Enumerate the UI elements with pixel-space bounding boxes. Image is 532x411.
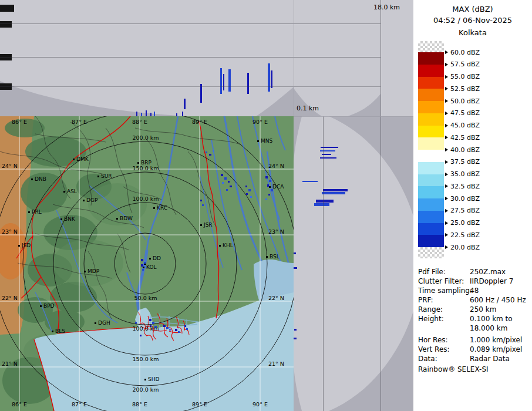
height-gridline-5km — [0, 86, 381, 87]
height-gridline-10km — [0, 57, 381, 58]
colorbar-tick: 50.0 dBZ — [445, 98, 480, 105]
legend-panel: MAX (dBZ) 04:52 / 06-Nov-2025 Kolkata 60… — [413, 0, 532, 411]
radar-echo — [154, 112, 155, 116]
colorbar-cell — [418, 150, 444, 162]
tick-arrow-icon — [445, 209, 448, 213]
colorbar-cell — [418, 113, 444, 126]
latitude-label: 21° N — [268, 361, 284, 367]
side-height-gridline — [381, 0, 381, 411]
colorbar-tick-label: 30.0 dBZ — [450, 196, 480, 202]
radar-echo — [320, 150, 335, 151]
colorbar-tick-label: 27.5 dBZ — [450, 207, 480, 214]
side-height-projection-panel[interactable] — [294, 116, 413, 411]
top-height-projection-panel[interactable] — [0, 0, 294, 116]
latitude-label: 24° N — [268, 163, 284, 169]
height-min-label: 0.1 km — [297, 105, 319, 112]
colorbar-tick: 52.5 dBZ — [445, 86, 480, 92]
info-row: Data:Radar Data — [418, 354, 531, 363]
longitude-label: 90° E — [252, 119, 268, 125]
info-label: Pdf File: — [418, 267, 470, 277]
colorbar-tick: 47.5 dBZ — [445, 110, 480, 116]
colorbar-cell — [418, 198, 444, 211]
colorbar-tick-label: 40.0 dBZ — [450, 147, 480, 153]
colorbar-cell — [418, 52, 444, 65]
tick-arrow-icon — [445, 50, 448, 54]
colorbar-cell — [418, 65, 444, 77]
radar-echo — [182, 112, 183, 116]
range-ring-label: 150.0 km — [133, 356, 159, 362]
range-ring-label: 100.0 km — [133, 196, 159, 202]
colorbar-tick-label: 22.5 dBZ — [450, 232, 480, 238]
info-value: 600 Hz / 450 Hz — [470, 295, 526, 305]
info-value: 250Z.max — [470, 267, 506, 277]
site-name: Kolkata — [413, 28, 532, 37]
tick-arrow-icon — [445, 136, 448, 139]
product-info-rows: Pdf File:250Z.maxClutter Filter:IIRDoppl… — [418, 267, 531, 363]
radar-echo — [136, 112, 137, 116]
info-row: 18.000 km — [418, 324, 531, 333]
tick-arrow-icon — [445, 99, 448, 103]
info-label: Data: — [418, 354, 470, 363]
colorbar-cell — [418, 126, 444, 138]
colorbar-tick-label: 42.5 dBZ — [450, 134, 480, 141]
colorbar-cells — [418, 52, 444, 247]
colorbar-cell — [418, 235, 444, 247]
radar-echo — [316, 200, 334, 203]
tick-arrow-icon — [445, 197, 448, 200]
radar-echo — [223, 74, 224, 90]
height-scale-corner: 18.0 km 0.1 km — [294, 0, 413, 116]
info-row: Hor Res:1.000 km/pixel — [418, 335, 531, 345]
info-row: Time sampling:48 — [418, 286, 531, 295]
colorbar-tick: 20.0 dBZ — [445, 244, 480, 251]
colorbar-tick: 35.0 dBZ — [445, 171, 480, 177]
height-max-label: 18.0 km — [373, 4, 400, 11]
tick-arrow-icon — [445, 184, 448, 188]
colorbar-tick-label: 55.0 dBZ — [450, 73, 480, 80]
info-label: Time sampling: — [418, 286, 470, 295]
corner-coverage-shading — [294, 0, 413, 116]
colorbar-tick: 30.0 dBZ — [445, 196, 480, 202]
radar-echo — [314, 203, 329, 206]
info-value: 18.000 km — [470, 324, 507, 333]
info-value: IIRDoppler 7 — [470, 277, 513, 286]
radar-echo — [294, 267, 297, 269]
height-axis-tick-chip — [0, 5, 14, 12]
info-label: Clutter Filter: — [418, 277, 470, 286]
height-axis-tick-chip — [0, 21, 12, 28]
product-title: MAX (dBZ) — [413, 5, 532, 14]
radar-echo — [268, 63, 270, 92]
colorbar-tick: 60.0 dBZ — [445, 49, 480, 56]
range-ring-label: 200.0 km — [133, 387, 159, 393]
colorbar-tick-label: 25.0 dBZ — [450, 220, 480, 226]
map-panel[interactable]: MNSDMKBRPSURDNBASLDGPKRCPRLBNKBDWJSRDCAK… — [0, 116, 294, 411]
colorbar-cell — [418, 89, 444, 101]
tick-arrow-icon — [445, 221, 448, 225]
colorbar-cell — [418, 101, 444, 113]
tick-arrow-icon — [445, 75, 448, 79]
info-label: Hor Res: — [418, 335, 470, 345]
info-value: 48 — [470, 286, 479, 295]
colorbar-tick-label: 37.5 dBZ — [450, 159, 480, 165]
colorbar-cell — [418, 137, 444, 150]
longitude-label: 88° E — [132, 119, 147, 125]
info-label: PRF: — [418, 295, 470, 305]
range-ring-label: 150.0 km — [133, 166, 159, 171]
colorbar-tick-label: 32.5 dBZ — [450, 183, 480, 190]
radar-echo — [228, 69, 231, 92]
colorbar-tick-label: 57.5 dBZ — [450, 61, 480, 68]
colorbar-tick-label: 52.5 dBZ — [450, 86, 480, 92]
colorbar-tick-label: 47.5 dBZ — [450, 110, 480, 116]
info-row: Height:0.100 km to — [418, 314, 531, 324]
panel-separator — [294, 0, 294, 116]
colorbar-overflow-checker — [418, 41, 444, 52]
info-label — [418, 324, 470, 333]
radar-echo — [294, 338, 297, 339]
radar-echo — [294, 252, 296, 254]
info-value: 0.089 km/pixel — [470, 345, 522, 354]
latitude-label: 23° N — [268, 229, 284, 235]
panel-separator — [294, 116, 413, 117]
colorbar-underflow-checker — [418, 247, 444, 258]
radar-echo — [220, 68, 222, 94]
height-gridline-15km — [0, 23, 381, 24]
radar-echo — [323, 189, 348, 191]
